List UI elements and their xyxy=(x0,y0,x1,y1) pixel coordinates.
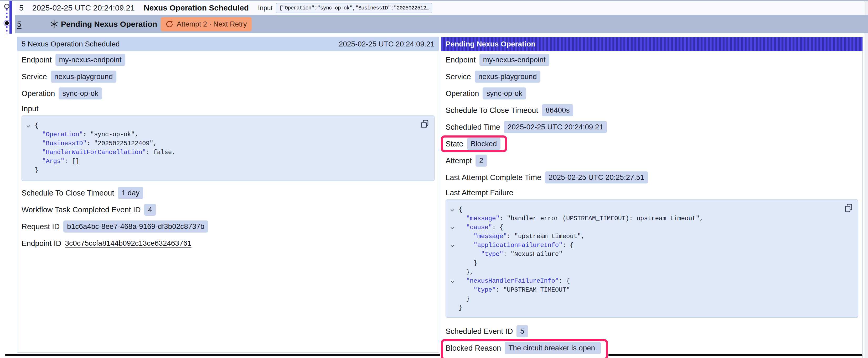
json-gutter xyxy=(449,303,459,312)
field-row-request-id: Request ID b1c6a4bc-8ee7-468a-9169-df3b0… xyxy=(22,218,435,235)
json-line-text: }, xyxy=(459,268,473,276)
event-time: 2025-02-25 UTC 20:24:09.21 xyxy=(32,3,135,12)
field-row-schedule-to-close-timeout: Schedule To Close Timeout 86400s xyxy=(445,102,858,119)
json-gutter xyxy=(449,232,459,241)
input-preview-chip: {"Operation":"sync-op-ok","BusinessID":"… xyxy=(276,3,432,13)
json-line: "cause": { xyxy=(449,223,851,232)
event-marker-open xyxy=(5,4,9,9)
workflow-event-history-screen: 5 2025-02-25 UTC 20:24:09.21 Nexus Opera… xyxy=(0,0,868,358)
scheduled-panel-header: 5 Nexus Operation Scheduled 2025-02-25 U… xyxy=(17,37,439,51)
last-attempt-failure-label: Last Attempt Failure xyxy=(445,186,858,199)
retry-status-badge: Attempt 2 · Next Retry xyxy=(161,17,251,31)
json-gutter xyxy=(449,268,459,276)
json-line-text: "message": "upstream timeout", xyxy=(459,232,585,241)
json-line: { xyxy=(25,121,428,130)
field-value-chip: 4 xyxy=(144,204,156,216)
field-value-chip: sync-op-ok xyxy=(483,88,526,99)
json-gutter xyxy=(449,250,459,259)
json-line: } xyxy=(25,166,428,175)
field-value-chip: 2025-02-25 UTC 20:24:09.21 xyxy=(504,121,607,133)
json-line-text: } xyxy=(459,259,477,268)
state-value-chip: Blocked xyxy=(467,138,501,150)
json-gutter xyxy=(25,130,35,139)
field-row-operation: Operation sync-op-ok xyxy=(22,85,435,102)
json-line: } xyxy=(449,259,851,268)
json-line-text: } xyxy=(35,166,38,175)
bottom-separator-line xyxy=(5,354,440,356)
json-line: "HandlerWaitForCancellation": false, xyxy=(25,148,428,157)
field-row-schedule-to-close-timeout: Schedule To Close Timeout 1 day xyxy=(22,185,435,201)
active-indicator-bar xyxy=(9,1,12,34)
field-row-blocked-reason: Blocked Reason The circuit breaker is op… xyxy=(445,339,858,356)
json-line: { xyxy=(449,205,851,214)
json-gutter xyxy=(25,157,35,166)
top-border xyxy=(0,0,868,1)
json-line: "message": "upstream timeout", xyxy=(449,232,851,241)
field-row-service: Service nexus-playground xyxy=(445,68,858,85)
collapse-chevron-icon[interactable] xyxy=(449,276,459,286)
field-value-chip: 1 day xyxy=(118,187,144,199)
field-value-chip: 2 xyxy=(475,155,487,167)
json-line: "Operation": "sync-op-ok", xyxy=(25,130,428,139)
json-gutter xyxy=(449,286,459,294)
json-line-text: } xyxy=(459,303,462,312)
event-marker-current xyxy=(5,21,9,25)
scrollbar-gutter[interactable] xyxy=(865,1,868,358)
field-row-scheduled-time: Scheduled Time 2025-02-25 UTC 20:24:09.2… xyxy=(445,119,858,135)
json-line-text: "message": "handler error (UPSTREAM_TIME… xyxy=(459,214,703,223)
field-value-chip: 5 xyxy=(517,325,528,337)
json-line-text: { xyxy=(459,205,462,214)
event-timeline xyxy=(0,0,16,37)
collapse-chevron-icon[interactable] xyxy=(449,241,459,250)
copy-icon[interactable] xyxy=(845,204,852,214)
retry-badge-label: Attempt 2 · Next Retry xyxy=(177,20,247,28)
field-row-last-attempt-complete-time: Last Attempt Complete Time 2025-02-25 UT… xyxy=(445,169,858,186)
field-value-chip: 2025-02-25 UTC 20:25:27.51 xyxy=(545,171,648,184)
input-json-block: { "Operation": "sync-op-ok", "BusinessID… xyxy=(22,116,435,181)
json-line: }, xyxy=(449,268,851,276)
event-row-scheduled[interactable]: 5 2025-02-25 UTC 20:24:09.21 Nexus Opera… xyxy=(17,1,864,15)
json-gutter xyxy=(25,148,35,157)
event-id-link[interactable]: 5 xyxy=(17,20,22,29)
json-gutter xyxy=(449,214,459,223)
json-line-text: "type": "NexusFailure" xyxy=(459,250,562,259)
field-row-endpoint: Endpoint my-nexus-endpoint xyxy=(445,52,858,68)
json-line-text: "nexusHandlerFailureInfo": { xyxy=(459,276,570,286)
copy-icon[interactable] xyxy=(421,120,429,129)
json-gutter xyxy=(449,259,459,268)
field-value-chip: nexus-playground xyxy=(475,71,541,83)
field-row-scheduled-event-id: Scheduled Event ID 5 xyxy=(445,323,858,339)
json-line-text: "BusinessID": "20250225122409", xyxy=(35,139,157,148)
field-row-workflow-task-completed-event-id: Workflow Task Completed Event ID 4 xyxy=(22,201,435,218)
json-line-text: { xyxy=(35,121,38,130)
endpoint-id-link[interactable]: 3c0c75ccfa8144b092c13ce632463761 xyxy=(65,239,191,248)
pending-asterisk-icon xyxy=(50,20,58,28)
json-line: "type": "UPSTREAM_TIMEOUT" xyxy=(449,286,851,294)
json-line-text: } xyxy=(459,294,470,303)
collapse-chevron-icon[interactable] xyxy=(25,121,35,130)
json-line-text: "type": "UPSTREAM_TIMEOUT" xyxy=(459,286,570,294)
field-row-endpoint-id: Endpoint ID 3c0c75ccfa8144b092c13ce63246… xyxy=(22,235,435,252)
field-row-service: Service nexus-playground xyxy=(22,68,435,85)
panel-title: 5 Nexus Operation Scheduled xyxy=(22,40,120,48)
json-line: "nexusHandlerFailureInfo": { xyxy=(449,276,851,286)
collapse-chevron-icon[interactable] xyxy=(449,205,459,214)
blocked-reason-chip: The circuit breaker is open. xyxy=(505,342,601,354)
event-row-pending[interactable]: 5 Pending Nexus Operation Attempt 2 · Ne… xyxy=(15,15,868,33)
json-line-text: "applicationFailureInfo": { xyxy=(459,241,574,250)
json-line: "message": "handler error (UPSTREAM_TIME… xyxy=(449,214,851,223)
field-row-operation: Operation sync-op-ok xyxy=(445,85,858,102)
bottom-separator-line xyxy=(609,354,862,356)
pending-panel-header: Pending Nexus Operation xyxy=(441,37,863,51)
panel-title: Pending Nexus Operation xyxy=(445,40,535,48)
event-id-link[interactable]: 5 xyxy=(19,3,24,12)
input-json-label: Input xyxy=(22,102,435,116)
field-value-chip: my-nexus-endpoint xyxy=(479,54,549,66)
field-value-chip: 86400s xyxy=(542,104,574,116)
field-value-chip: my-nexus-endpoint xyxy=(56,54,125,66)
field-value-chip: sync-op-ok xyxy=(59,88,102,99)
collapse-chevron-icon[interactable] xyxy=(449,223,459,232)
json-line-text: "HandlerWaitForCancellation": false, xyxy=(35,148,176,157)
json-line-text: "cause": { xyxy=(459,223,503,232)
event-title: Nexus Operation Scheduled xyxy=(144,3,249,12)
